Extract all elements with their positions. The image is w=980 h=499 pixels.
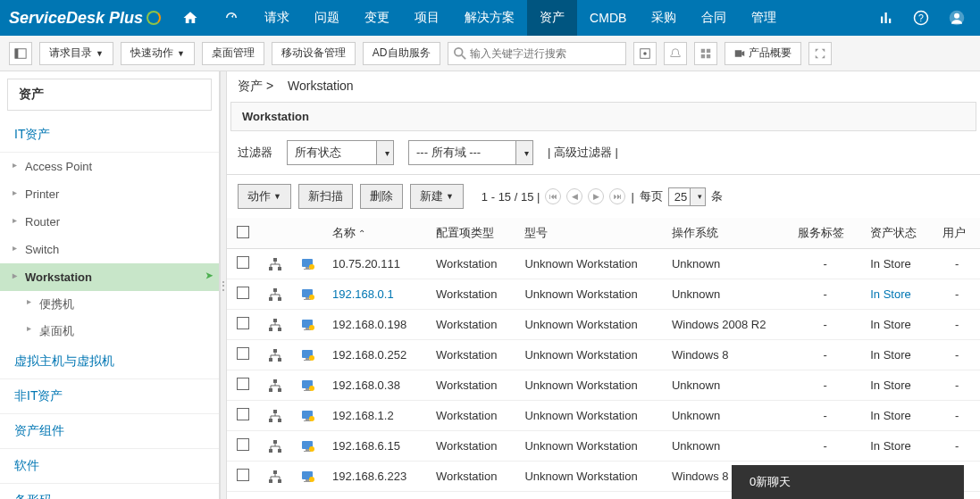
toggle-sidebar-button[interactable] xyxy=(9,42,32,65)
sidebar-section-it-assets[interactable]: IT资产 xyxy=(0,118,219,153)
chat-toast[interactable]: 0新聊天 xyxy=(732,465,964,499)
row-checkbox[interactable] xyxy=(237,378,249,390)
desktop-mgmt-button[interactable]: 桌面管理 xyxy=(202,42,264,65)
row-checkbox[interactable] xyxy=(237,408,249,420)
row-checkbox[interactable] xyxy=(237,256,249,269)
cell-status[interactable]: In Store xyxy=(861,279,934,310)
row-checkbox[interactable] xyxy=(237,317,249,329)
select-all-checkbox[interactable] xyxy=(237,226,249,238)
request-catalog-button[interactable]: 请求目录 ▼ xyxy=(39,42,113,65)
nav-item-3[interactable]: 项目 xyxy=(402,0,452,36)
user-menu[interactable] xyxy=(942,4,971,32)
row-checkbox[interactable] xyxy=(237,287,249,299)
nav-reports[interactable] xyxy=(866,0,907,36)
nav-item-8[interactable]: 合同 xyxy=(689,0,739,36)
cell-status[interactable]: In Store xyxy=(861,370,934,401)
cell-status[interactable]: In Store xyxy=(861,310,934,340)
cell-name[interactable]: 10.75.20.111 xyxy=(323,249,427,279)
pager-last[interactable]: ⏭ xyxy=(609,188,625,204)
ad-self-service-button[interactable]: AD自助服务 xyxy=(363,42,440,65)
toolbar-icon-3[interactable] xyxy=(694,42,717,65)
cell-status[interactable]: In Store xyxy=(861,401,934,431)
rescan-button[interactable]: 新扫描 xyxy=(298,184,353,209)
pager-first[interactable]: ⏮ xyxy=(545,188,561,204)
col-header-3[interactable]: 名称 xyxy=(323,218,427,249)
sidebar-section-3[interactable]: 软件 xyxy=(0,449,219,484)
col-header-8[interactable]: 资产状态 xyxy=(861,218,934,249)
table-row[interactable]: 192.168.0.252WorkstationUnknown Workstat… xyxy=(227,340,980,370)
nav-item-6[interactable]: CMDB xyxy=(577,0,639,36)
quick-action-button[interactable]: 快速动作 ▼ xyxy=(121,42,195,65)
cell-name[interactable]: 192.168.0.1 xyxy=(323,279,427,310)
table-row[interactable]: 192.168.1.2WorkstationUnknown Workstatio… xyxy=(227,401,980,431)
help-button[interactable]: ? xyxy=(907,4,935,32)
network-icon[interactable] xyxy=(259,401,291,431)
cell-status[interactable]: In Store xyxy=(861,340,934,370)
col-header-4[interactable]: 配置项类型 xyxy=(427,218,515,249)
create-dropdown[interactable]: 新建▼ xyxy=(410,184,464,209)
network-icon[interactable] xyxy=(259,492,291,500)
notifications-button[interactable] xyxy=(664,42,687,65)
sidebar-section-4[interactable]: 条形码 xyxy=(0,484,219,499)
nav-item-2[interactable]: 变更 xyxy=(352,0,402,36)
advanced-filter-link[interactable]: | 高级过滤器 | xyxy=(548,145,618,161)
table-row[interactable]: 192.168.0.198WorkstationUnknown Workstat… xyxy=(227,310,980,340)
nav-item-0[interactable]: 请求 xyxy=(252,0,302,36)
nav-home[interactable] xyxy=(170,0,211,36)
pager-next[interactable]: ▶ xyxy=(588,188,604,204)
sidebar-item-access-point[interactable]: Access Point xyxy=(0,153,219,180)
nav-item-1[interactable]: 问题 xyxy=(302,0,352,36)
sidebar-section-2[interactable]: 资产组件 xyxy=(0,414,219,449)
delete-button[interactable]: 删除 xyxy=(360,184,403,209)
table-row[interactable]: 10.75.20.111WorkstationUnknown Workstati… xyxy=(227,249,980,279)
row-checkbox[interactable] xyxy=(237,347,249,360)
cell-name[interactable]: 192.168.0.198 xyxy=(323,310,427,340)
search-input[interactable] xyxy=(470,47,620,60)
row-checkbox[interactable] xyxy=(237,438,249,451)
network-icon[interactable] xyxy=(259,370,291,401)
cell-status[interactable]: In Store xyxy=(861,431,934,462)
domain-filter-select[interactable]: --- 所有域 --- xyxy=(408,140,533,165)
network-icon[interactable] xyxy=(259,310,291,340)
pager-prev[interactable]: ◀ xyxy=(566,188,582,204)
sidebar-item-switch[interactable]: Switch xyxy=(0,236,219,263)
row-checkbox[interactable] xyxy=(237,469,249,481)
network-icon[interactable] xyxy=(259,431,291,462)
toolbar-icon-1[interactable] xyxy=(633,42,657,65)
breadcrumb-root[interactable]: 资产 > xyxy=(238,79,273,93)
status-filter-select[interactable]: 所有状态 xyxy=(287,140,394,165)
sidebar-sub-1[interactable]: 桌面机 xyxy=(0,318,219,345)
nav-item-9[interactable]: 管理 xyxy=(739,0,789,36)
nav-item-4[interactable]: 解决方案 xyxy=(452,0,527,36)
network-icon[interactable] xyxy=(259,279,291,310)
cell-name[interactable]: 192.168.6.223 xyxy=(323,462,427,492)
nav-item-5[interactable]: 资产 xyxy=(527,0,577,36)
sidebar-section-1[interactable]: 非IT资产 xyxy=(0,379,219,414)
sidebar-resize-handle[interactable] xyxy=(220,71,227,499)
cell-name[interactable]: 192.168.6.15 xyxy=(323,431,427,462)
table-row[interactable]: 192.168.0.1WorkstationUnknown Workstatio… xyxy=(227,279,980,310)
col-header-5[interactable]: 型号 xyxy=(515,218,663,249)
network-icon[interactable] xyxy=(259,340,291,370)
action-dropdown[interactable]: 动作▼ xyxy=(238,184,291,209)
sidebar-sub-0[interactable]: 便携机 xyxy=(0,291,219,318)
table-row[interactable]: 192.168.6.15WorkstationUnknown Workstati… xyxy=(227,431,980,462)
sidebar-item-router[interactable]: Router xyxy=(0,208,219,236)
network-icon[interactable] xyxy=(259,249,291,279)
table-row[interactable]: 192.168.0.38WorkstationUnknown Workstati… xyxy=(227,370,980,401)
nav-dashboard[interactable] xyxy=(211,0,252,36)
toolbar-icon-4[interactable] xyxy=(808,42,832,65)
nav-item-7[interactable]: 采购 xyxy=(639,0,689,36)
sidebar-section-0[interactable]: 虚拟主机与虚拟机 xyxy=(0,345,219,379)
col-header-7[interactable]: 服务标签 xyxy=(789,218,861,249)
cell-name[interactable]: 192.168.0.252 xyxy=(323,340,427,370)
col-header-6[interactable]: 操作系统 xyxy=(663,218,789,249)
sidebar-item-workstation[interactable]: Workstation xyxy=(0,263,219,291)
network-icon[interactable] xyxy=(259,462,291,492)
product-overview-button[interactable]: 产品概要 xyxy=(725,42,801,65)
col-header-9[interactable]: 用户 xyxy=(934,218,980,249)
mobile-mgmt-button[interactable]: 移动设备管理 xyxy=(272,42,356,65)
cell-status[interactable]: In Store xyxy=(861,249,934,279)
cell-name[interactable]: 192.168.0.38 xyxy=(323,370,427,401)
cell-name[interactable]: 6.0.0.223 xyxy=(323,492,427,500)
